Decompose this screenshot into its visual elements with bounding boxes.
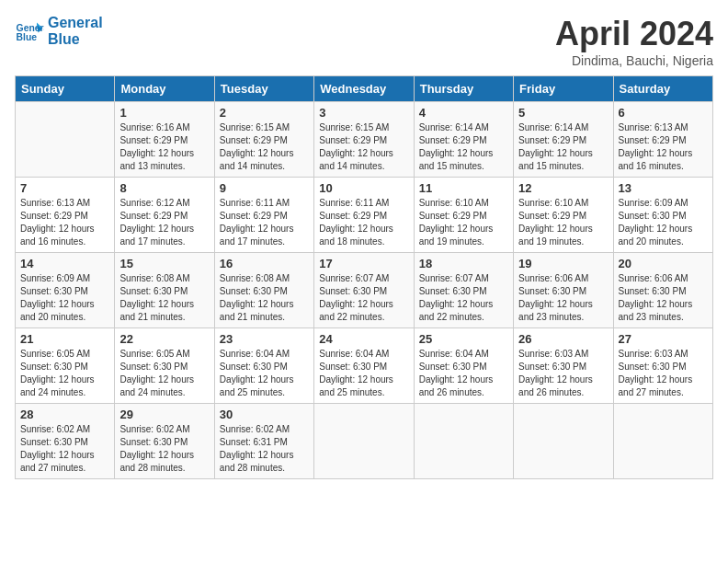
day-number: 25 [419,332,508,346]
calendar-cell: 23Sunrise: 6:04 AM Sunset: 6:30 PM Dayli… [214,328,313,404]
logo-line1: General [48,15,103,31]
day-number: 18 [419,257,508,270]
day-info: Sunrise: 6:05 AM Sunset: 6:30 PM Dayligh… [119,348,209,399]
calendar-cell: 5Sunrise: 6:14 AM Sunset: 6:29 PM Daylig… [514,102,613,178]
day-number: 26 [518,332,608,346]
day-number: 11 [419,181,508,195]
column-header-monday: Monday [115,76,214,102]
svg-text:Blue: Blue [17,32,38,42]
day-info: Sunrise: 6:13 AM Sunset: 6:29 PM Dayligh… [619,121,708,173]
calendar-cell: 9Sunrise: 6:11 AM Sunset: 6:29 PM Daylig… [214,178,313,253]
day-info: Sunrise: 6:16 AM Sunset: 6:29 PM Dayligh… [119,121,209,173]
day-number: 17 [319,257,408,270]
day-info: Sunrise: 6:10 AM Sunset: 6:29 PM Dayligh… [518,197,608,248]
calendar-cell: 22Sunrise: 6:05 AM Sunset: 6:30 PM Dayli… [115,328,214,404]
logo-icon: General Blue [15,17,44,46]
calendar-cell [414,404,513,479]
day-number: 14 [20,257,109,270]
calendar-cell: 13Sunrise: 6:09 AM Sunset: 6:30 PM Dayli… [613,178,712,253]
calendar-cell: 7Sunrise: 6:13 AM Sunset: 6:29 PM Daylig… [16,178,115,253]
calendar-cell: 15Sunrise: 6:08 AM Sunset: 6:30 PM Dayli… [115,253,214,328]
calendar-cell [613,404,712,479]
calendar-cell [16,102,115,178]
day-number: 6 [619,106,708,120]
calendar-cell: 27Sunrise: 6:03 AM Sunset: 6:30 PM Dayli… [613,328,712,404]
calendar-cell: 8Sunrise: 6:12 AM Sunset: 6:29 PM Daylig… [115,178,214,253]
day-number: 29 [119,408,209,421]
day-number: 1 [119,106,209,120]
column-header-sunday: Sunday [16,76,115,102]
calendar-cell: 30Sunrise: 6:02 AM Sunset: 6:31 PM Dayli… [214,404,313,479]
day-number: 12 [518,181,608,195]
column-header-thursday: Thursday [414,76,513,102]
day-number: 22 [119,332,209,346]
day-number: 24 [319,332,408,346]
day-info: Sunrise: 6:11 AM Sunset: 6:29 PM Dayligh… [319,197,408,248]
title-block: April 2024 Dindima, Bauchi, Nigeria [555,15,713,68]
calendar-cell: 6Sunrise: 6:13 AM Sunset: 6:29 PM Daylig… [613,102,712,178]
day-number: 16 [220,257,309,270]
day-number: 4 [419,106,508,120]
calendar-cell: 3Sunrise: 6:15 AM Sunset: 6:29 PM Daylig… [314,102,414,178]
page-header: General Blue General Blue April 2024 Din… [15,15,713,68]
day-info: Sunrise: 6:06 AM Sunset: 6:30 PM Dayligh… [518,272,608,324]
calendar-cell: 24Sunrise: 6:04 AM Sunset: 6:30 PM Dayli… [314,328,414,404]
day-info: Sunrise: 6:15 AM Sunset: 6:29 PM Dayligh… [220,121,309,173]
day-info: Sunrise: 6:04 AM Sunset: 6:30 PM Dayligh… [220,348,309,399]
calendar-cell: 2Sunrise: 6:15 AM Sunset: 6:29 PM Daylig… [214,102,313,178]
calendar-cell [514,404,613,479]
day-info: Sunrise: 6:08 AM Sunset: 6:30 PM Dayligh… [119,272,209,324]
day-number: 9 [220,181,309,195]
calendar-cell: 4Sunrise: 6:14 AM Sunset: 6:29 PM Daylig… [414,102,513,178]
calendar-cell: 10Sunrise: 6:11 AM Sunset: 6:29 PM Dayli… [314,178,414,253]
calendar-cell: 26Sunrise: 6:03 AM Sunset: 6:30 PM Dayli… [514,328,613,404]
day-number: 5 [518,106,608,120]
day-info: Sunrise: 6:04 AM Sunset: 6:30 PM Dayligh… [419,348,508,399]
day-info: Sunrise: 6:08 AM Sunset: 6:30 PM Dayligh… [220,272,309,324]
calendar-cell: 11Sunrise: 6:10 AM Sunset: 6:29 PM Dayli… [414,178,513,253]
calendar-body: 1Sunrise: 6:16 AM Sunset: 6:29 PM Daylig… [16,102,713,479]
calendar-header-row: SundayMondayTuesdayWednesdayThursdayFrid… [16,76,713,102]
day-info: Sunrise: 6:02 AM Sunset: 6:31 PM Dayligh… [220,423,309,475]
day-info: Sunrise: 6:12 AM Sunset: 6:29 PM Dayligh… [119,197,209,248]
calendar-cell: 19Sunrise: 6:06 AM Sunset: 6:30 PM Dayli… [514,253,613,328]
day-info: Sunrise: 6:14 AM Sunset: 6:29 PM Dayligh… [518,121,608,173]
day-info: Sunrise: 6:11 AM Sunset: 6:29 PM Dayligh… [220,197,309,248]
calendar-cell: 14Sunrise: 6:09 AM Sunset: 6:30 PM Dayli… [16,253,115,328]
calendar-cell: 29Sunrise: 6:02 AM Sunset: 6:30 PM Dayli… [115,404,214,479]
calendar-cell: 20Sunrise: 6:06 AM Sunset: 6:30 PM Dayli… [613,253,712,328]
calendar-week-3: 14Sunrise: 6:09 AM Sunset: 6:30 PM Dayli… [16,253,713,328]
calendar-cell: 16Sunrise: 6:08 AM Sunset: 6:30 PM Dayli… [214,253,313,328]
day-info: Sunrise: 6:09 AM Sunset: 6:30 PM Dayligh… [20,272,109,324]
day-info: Sunrise: 6:04 AM Sunset: 6:30 PM Dayligh… [319,348,408,399]
calendar-table: SundayMondayTuesdayWednesdayThursdayFrid… [15,75,713,479]
day-info: Sunrise: 6:14 AM Sunset: 6:29 PM Dayligh… [419,121,508,173]
day-number: 20 [619,257,708,270]
day-number: 13 [619,181,708,195]
day-number: 2 [220,106,309,120]
day-number: 7 [20,181,109,195]
day-number: 28 [20,408,109,421]
day-number: 8 [119,181,209,195]
calendar-cell: 17Sunrise: 6:07 AM Sunset: 6:30 PM Dayli… [314,253,414,328]
logo: General Blue General Blue [15,15,103,47]
calendar-week-1: 1Sunrise: 6:16 AM Sunset: 6:29 PM Daylig… [16,102,713,178]
day-info: Sunrise: 6:13 AM Sunset: 6:29 PM Dayligh… [20,197,109,248]
day-info: Sunrise: 6:06 AM Sunset: 6:30 PM Dayligh… [619,272,708,324]
calendar-cell: 18Sunrise: 6:07 AM Sunset: 6:30 PM Dayli… [414,253,513,328]
day-info: Sunrise: 6:07 AM Sunset: 6:30 PM Dayligh… [319,272,408,324]
day-info: Sunrise: 6:02 AM Sunset: 6:30 PM Dayligh… [119,423,209,475]
calendar-cell: 25Sunrise: 6:04 AM Sunset: 6:30 PM Dayli… [414,328,513,404]
location: Dindima, Bauchi, Nigeria [555,53,713,68]
day-number: 21 [20,332,109,346]
column-header-saturday: Saturday [613,76,712,102]
day-number: 3 [319,106,408,120]
day-info: Sunrise: 6:05 AM Sunset: 6:30 PM Dayligh… [20,348,109,399]
calendar-cell: 21Sunrise: 6:05 AM Sunset: 6:30 PM Dayli… [16,328,115,404]
day-info: Sunrise: 6:10 AM Sunset: 6:29 PM Dayligh… [419,197,508,248]
day-number: 10 [319,181,408,195]
day-info: Sunrise: 6:15 AM Sunset: 6:29 PM Dayligh… [319,121,408,173]
calendar-cell [314,404,414,479]
calendar-cell: 1Sunrise: 6:16 AM Sunset: 6:29 PM Daylig… [115,102,214,178]
day-info: Sunrise: 6:03 AM Sunset: 6:30 PM Dayligh… [619,348,708,399]
